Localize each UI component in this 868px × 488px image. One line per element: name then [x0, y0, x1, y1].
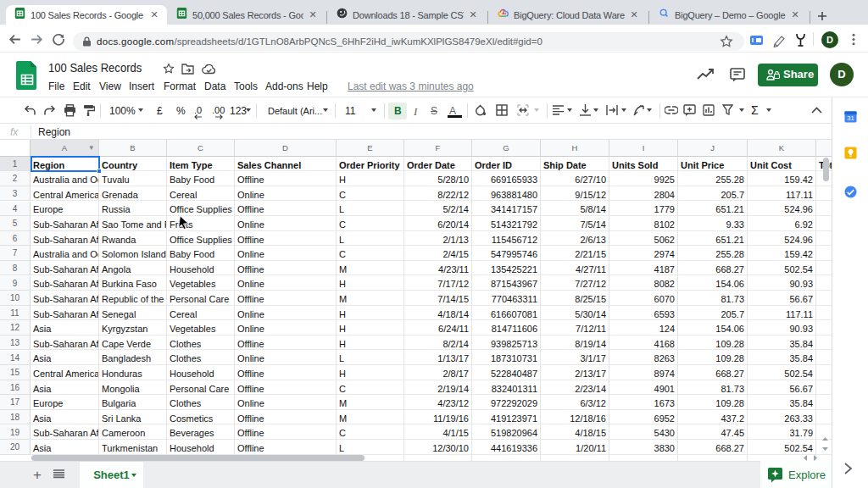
svg-text:31: 31 [847, 114, 854, 122]
